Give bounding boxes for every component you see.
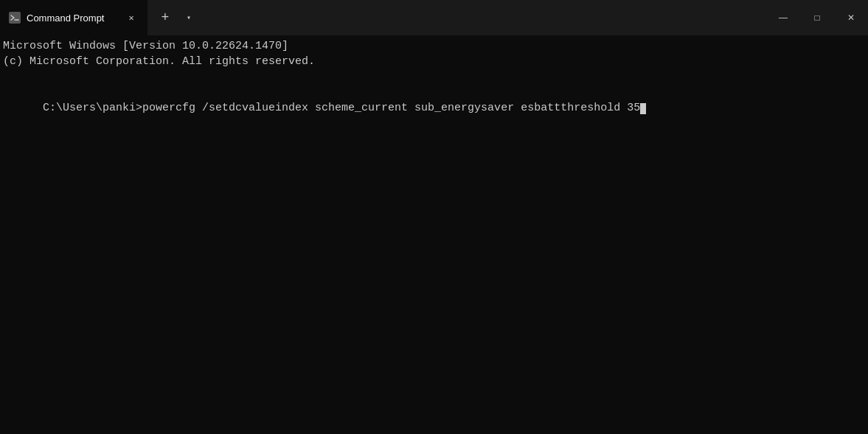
- tab-close-button[interactable]: ✕: [124, 10, 139, 25]
- terminal-body[interactable]: Microsoft Windows [Version 10.0.22624.14…: [0, 35, 868, 434]
- terminal-line-3: [3, 69, 865, 85]
- titlebar: Command Prompt ✕ + ▾ — □ ✕: [0, 0, 868, 35]
- close-button[interactable]: ✕: [834, 0, 868, 35]
- terminal-window: Command Prompt ✕ + ▾ — □ ✕: [0, 0, 868, 434]
- active-tab[interactable]: Command Prompt ✕: [0, 0, 147, 35]
- titlebar-actions: + ▾: [147, 6, 204, 29]
- minimize-button[interactable]: —: [766, 0, 800, 35]
- window-controls: — □ ✕: [766, 0, 868, 35]
- svg-rect-0: [9, 12, 21, 24]
- terminal-prompt: C:\Users\panki>: [43, 102, 142, 114]
- new-tab-button[interactable]: +: [153, 6, 177, 29]
- terminal-command-line: C:\Users\panki>powercfg /setdcvalueindex…: [3, 85, 865, 131]
- terminal-line-1: Microsoft Windows [Version 10.0.22624.14…: [3, 38, 865, 54]
- terminal-command: powercfg /setdcvalueindex scheme_current…: [142, 102, 640, 114]
- tab-title-label: Command Prompt: [27, 13, 118, 24]
- maximize-button[interactable]: □: [800, 0, 834, 35]
- terminal-icon: [9, 12, 21, 24]
- tab-dropdown-button[interactable]: ▾: [180, 6, 198, 29]
- terminal-cursor: [640, 103, 646, 114]
- terminal-line-2: (c) Microsoft Corporation. All rights re…: [3, 54, 865, 69]
